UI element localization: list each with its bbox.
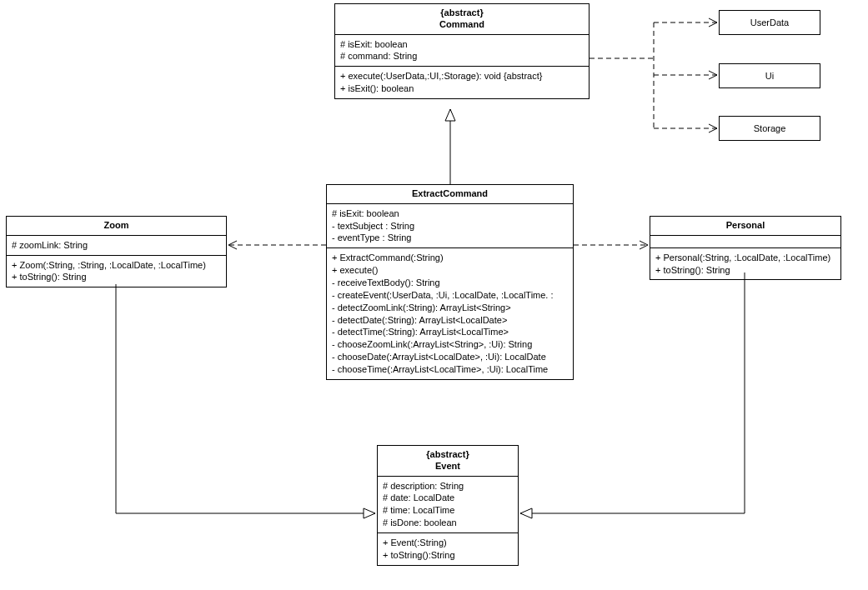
attr: # time: LocalTime — [383, 504, 513, 517]
class-personal-name: Personal — [655, 220, 835, 232]
class-zoom-title: Zoom — [7, 217, 226, 236]
class-command-ops: + execute(:UserData,:UI,:Storage): void … — [335, 67, 589, 98]
class-zoom-ops: + Zoom(:String, :String, :LocalDate, :Lo… — [7, 256, 226, 288]
attr: # description: String — [383, 480, 513, 492]
op: - detectZoomLink(:String): ArrayList<Str… — [332, 302, 568, 314]
op: - createEvent(:UserData, :Ui, :LocalDate… — [332, 289, 568, 302]
class-extractcommand-ops: + ExtractCommand(:String) + execute() - … — [327, 248, 573, 378]
class-extractcommand-attrs: # isExit: boolean - textSubject : String… — [327, 204, 573, 249]
op: + Event(:String) — [383, 537, 513, 549]
op: + ExtractCommand(:String) — [332, 252, 568, 264]
op: + Personal(:String, :LocalDate, :LocalTi… — [655, 252, 835, 264]
class-personal: Personal + Personal(:String, :LocalDate,… — [650, 216, 841, 280]
attr: # isDone: boolean — [383, 517, 513, 529]
op: - chooseZoomLink(:ArrayList<String>, :Ui… — [332, 338, 568, 351]
class-event-stereo: {abstract} — [383, 449, 513, 461]
class-extractcommand: ExtractCommand # isExit: boolean - textS… — [326, 184, 574, 380]
class-extractcommand-name: ExtractCommand — [332, 188, 568, 200]
op: + toString(): String — [655, 264, 835, 277]
attr: - textSubject : String — [332, 220, 568, 232]
attr: # zoomLink: String — [12, 239, 221, 252]
op: + toString():String — [383, 549, 513, 562]
class-userdata-name: UserData — [750, 18, 789, 28]
attr: # date: LocalDate — [383, 492, 513, 504]
class-ui-name: Ui — [765, 71, 774, 81]
class-ui: Ui — [719, 63, 820, 88]
class-event-title: {abstract} Event — [378, 446, 518, 477]
class-command-attrs: # isExit: boolean # command: String — [335, 35, 589, 68]
op: - chooseTime(:ArrayList<LocalTime>, :Ui)… — [332, 363, 568, 376]
class-storage-name: Storage — [754, 123, 786, 133]
attr: # isExit: boolean — [332, 208, 568, 220]
op: - receiveTextBody(): String — [332, 277, 568, 289]
class-event-name: Event — [383, 461, 513, 472]
op: + execute(:UserData,:UI,:Storage): void … — [340, 70, 584, 82]
class-userdata: UserData — [719, 10, 820, 35]
class-zoom-attrs: # zoomLink: String — [7, 236, 226, 256]
op: - detectTime(:String): ArrayList<LocalTi… — [332, 326, 568, 338]
class-event-ops: + Event(:String) + toString():String — [378, 533, 518, 565]
class-zoom: Zoom # zoomLink: String + Zoom(:String, … — [6, 216, 227, 288]
op: + Zoom(:String, :String, :LocalDate, :Lo… — [12, 259, 221, 272]
class-extractcommand-title: ExtractCommand — [327, 185, 573, 204]
attr: - eventType : String — [332, 232, 568, 244]
class-storage: Storage — [719, 116, 820, 141]
uml-diagram: {abstract} Command # isExit: boolean # c… — [0, 0, 868, 590]
op: + isExit(): boolean — [340, 82, 584, 95]
op: + execute() — [332, 264, 568, 277]
class-personal-attrs — [650, 236, 840, 248]
class-command: {abstract} Command # isExit: boolean # c… — [334, 3, 590, 99]
class-command-name: Command — [340, 19, 584, 31]
op: - chooseDate(:ArrayList<LocalDate>, :Ui)… — [332, 351, 568, 363]
class-personal-ops: + Personal(:String, :LocalDate, :LocalTi… — [650, 248, 840, 280]
class-command-title: {abstract} Command — [335, 4, 589, 35]
attr: # command: String — [340, 50, 584, 62]
class-command-stereo: {abstract} — [340, 8, 584, 19]
class-event: {abstract} Event # description: String #… — [377, 445, 519, 566]
class-event-attrs: # description: String # date: LocalDate … — [378, 477, 518, 533]
op: + toString(): String — [12, 271, 221, 283]
class-zoom-name: Zoom — [12, 220, 221, 232]
class-personal-title: Personal — [650, 217, 840, 236]
op: - detectDate(:String): ArrayList<LocalDa… — [332, 314, 568, 327]
attr: # isExit: boolean — [340, 38, 584, 51]
